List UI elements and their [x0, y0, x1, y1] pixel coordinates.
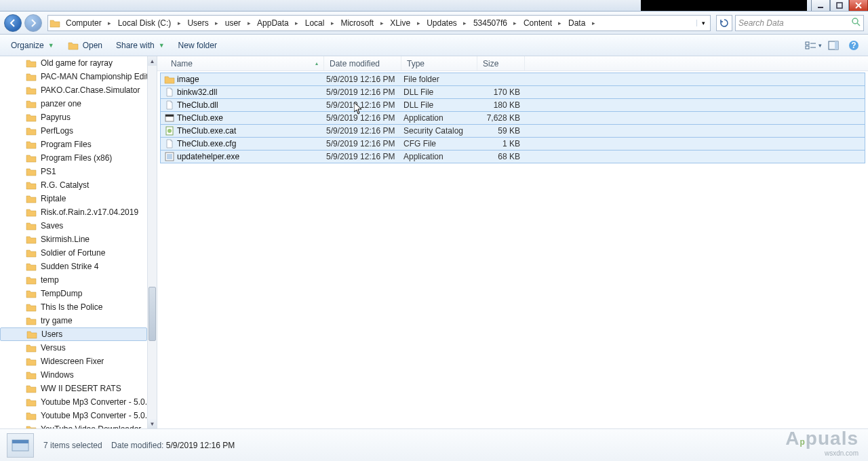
file-size: 59 KB	[479, 126, 524, 136]
address-bar[interactable]: Computer▸Local Disk (C:)▸Users▸user▸AppD…	[47, 15, 711, 31]
breadcrumb-segment[interactable]: Data	[564, 16, 589, 31]
chevron-right-icon[interactable]: ▸	[293, 20, 301, 26]
folder-icon	[26, 424, 37, 428]
sidebar-item[interactable]: TempDump	[0, 287, 147, 300]
sidebar-item[interactable]: PS1	[0, 165, 147, 178]
file-name: TheClub.dll	[176, 100, 326, 110]
file-row[interactable]: binkw32.dll5/9/2019 12:16 PMDLL File170 …	[160, 85, 865, 99]
sidebar-item[interactable]: Riptale	[0, 192, 147, 205]
breadcrumb-segment[interactable]: Updates	[422, 16, 461, 31]
sidebar-item[interactable]: WW II DESERT RATS	[0, 382, 147, 395]
file-row[interactable]: TheClub.exe.cfg5/9/2019 12:16 PMCFG File…	[160, 137, 865, 151]
close-button[interactable]	[849, 0, 868, 11]
minimize-button[interactable]	[811, 0, 830, 11]
folder-icon	[26, 316, 37, 325]
search-input[interactable]: Search Data	[735, 15, 864, 31]
sidebar-item[interactable]: Saves	[0, 219, 147, 233]
breadcrumb-segment[interactable]: Users	[183, 16, 212, 31]
preview-pane-button[interactable]	[825, 38, 842, 53]
file-pane: Name ▴ Date modified Type Size image5/9/…	[157, 56, 868, 428]
breadcrumb-segment[interactable]: user	[221, 16, 245, 31]
chevron-right-icon[interactable]: ▸	[213, 20, 221, 26]
chevron-right-icon[interactable]: ▸	[511, 20, 519, 26]
column-size[interactable]: Size	[477, 56, 525, 71]
file-date: 5/9/2019 12:16 PM	[326, 139, 403, 148]
file-size: 180 KB	[479, 100, 524, 110]
forward-button[interactable]	[24, 14, 42, 32]
chevron-right-icon[interactable]: ▸	[414, 20, 422, 26]
sidebar-item[interactable]: PAC-MAN Championship Editio	[0, 70, 147, 83]
column-date[interactable]: Date modified	[324, 56, 401, 71]
chevron-right-icon[interactable]: ▸	[378, 20, 386, 26]
sidebar-item[interactable]: panzer one	[0, 97, 147, 111]
breadcrumb-segment[interactable]: 534507f6	[469, 16, 511, 31]
file-date: 5/9/2019 12:16 PM	[326, 152, 403, 161]
sidebar-item-label: Youtube Mp3 Converter - 5.0.4	[41, 397, 147, 407]
chevron-right-icon[interactable]: ▸	[106, 20, 114, 26]
breadcrumb-segment[interactable]: Content	[519, 16, 556, 31]
organize-button[interactable]: Organize▼	[5, 39, 60, 52]
chevron-right-icon[interactable]: ▸	[328, 20, 336, 26]
file-row[interactable]: image5/9/2019 12:16 PMFile folder	[160, 73, 865, 86]
sidebar-item[interactable]: Widescreen Fixer	[0, 355, 147, 368]
sidebar-item[interactable]: Old game for rayray	[0, 56, 147, 70]
sidebar-item[interactable]: Risk.of.Rain.2.v17.04.2019	[0, 205, 147, 219]
folder-icon	[26, 126, 37, 136]
share-with-button[interactable]: Share with▼	[111, 39, 170, 52]
file-name: binkw32.dll	[176, 87, 326, 97]
help-button[interactable]: ?	[845, 38, 863, 53]
sidebar-item[interactable]: R.G. Catalyst	[0, 178, 147, 192]
sidebar: Old game for rayrayPAC-MAN Championship …	[0, 56, 157, 428]
folder-icon	[26, 343, 37, 353]
file-row[interactable]: TheClub.exe.cat5/9/2019 12:16 PMSecurity…	[160, 124, 865, 138]
chevron-right-icon[interactable]: ▸	[589, 20, 597, 26]
column-name[interactable]: Name ▴	[165, 56, 324, 71]
address-dropdown[interactable]: ▾	[696, 20, 710, 26]
sidebar-item[interactable]: Versus	[0, 341, 147, 355]
file-row[interactable]: TheClub.exe5/9/2019 12:16 PMApplication7…	[160, 111, 865, 125]
breadcrumb: Computer▸Local Disk (C:)▸Users▸user▸AppD…	[62, 16, 696, 31]
breadcrumb-segment[interactable]: Local Disk (C:)	[114, 16, 176, 31]
maximize-button[interactable]	[830, 0, 849, 11]
sidebar-item[interactable]: Program Files	[0, 138, 147, 151]
sidebar-scrollbar[interactable]: ▲ ▼	[147, 56, 157, 428]
sidebar-item[interactable]: Soldier of Fortune	[0, 246, 147, 260]
new-folder-button[interactable]: New folder	[173, 39, 222, 52]
sidebar-item[interactable]: try game	[0, 314, 147, 327]
sidebar-item[interactable]: PerfLogs	[0, 124, 147, 138]
back-button[interactable]	[4, 14, 22, 32]
refresh-button[interactable]	[716, 15, 732, 31]
sidebar-item[interactable]: PAKO.Car.Chase.Simulator	[0, 83, 147, 97]
folder-icon	[26, 411, 37, 420]
open-button[interactable]: Open	[62, 39, 108, 52]
chevron-right-icon[interactable]: ▸	[245, 20, 253, 26]
scroll-down-button[interactable]: ▼	[148, 419, 157, 428]
breadcrumb-segment[interactable]: Microsoft	[336, 16, 378, 31]
sidebar-item[interactable]: Sudden Strike 4	[0, 260, 147, 273]
sidebar-item[interactable]: Windows	[0, 368, 147, 382]
folder-icon	[26, 140, 37, 149]
file-row[interactable]: TheClub.dll5/9/2019 12:16 PMDLL File180 …	[160, 98, 865, 112]
sidebar-item[interactable]: temp	[0, 273, 147, 287]
scroll-up-button[interactable]: ▲	[148, 56, 157, 66]
sidebar-item[interactable]: Program Files (x86)	[0, 151, 147, 165]
view-options-button[interactable]: ▾	[804, 38, 822, 53]
file-row[interactable]: updatehelper.exe5/9/2019 12:16 PMApplica…	[160, 150, 865, 163]
sidebar-item[interactable]: Youtube Mp3 Converter - 5.0.6	[0, 409, 147, 422]
chevron-right-icon[interactable]: ▸	[556, 20, 564, 26]
breadcrumb-segment[interactable]: Local	[301, 16, 329, 31]
chevron-right-icon[interactable]: ▸	[175, 20, 183, 26]
sidebar-item[interactable]: Skirmish.Line	[0, 233, 147, 246]
sidebar-item[interactable]: Youtube Mp3 Converter - 5.0.4	[0, 395, 147, 409]
breadcrumb-segment[interactable]: XLive	[386, 16, 414, 31]
scroll-thumb[interactable]	[149, 287, 156, 341]
sidebar-item[interactable]: YouTube Video Downloader - 1.	[0, 422, 147, 428]
chevron-right-icon[interactable]: ▸	[461, 20, 469, 26]
breadcrumb-segment[interactable]: Computer	[62, 16, 106, 31]
sidebar-item[interactable]: Users	[0, 327, 147, 341]
breadcrumb-segment[interactable]: AppData	[253, 16, 293, 31]
sidebar-item[interactable]: This Is the Police	[0, 300, 147, 314]
column-type[interactable]: Type	[401, 56, 477, 71]
sidebar-item[interactable]: Papyrus	[0, 111, 147, 124]
file-type: Application	[403, 152, 479, 161]
